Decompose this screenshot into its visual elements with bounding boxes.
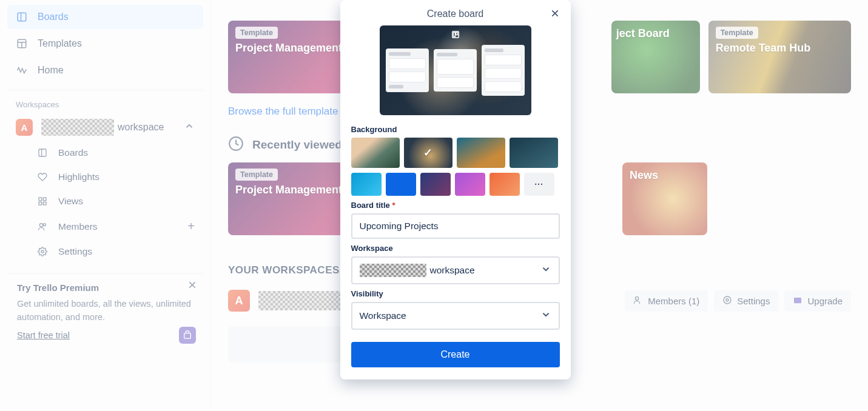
visibility-select-label: Visibility (351, 289, 560, 298)
board-preview (380, 25, 531, 115)
background-option-selected[interactable] (404, 138, 453, 168)
background-label: Background (351, 125, 560, 134)
color-option[interactable] (386, 173, 416, 196)
chevron-down-icon (540, 264, 551, 277)
color-option[interactable] (351, 173, 382, 196)
svg-rect-26 (456, 33, 457, 35)
background-option[interactable] (351, 138, 400, 168)
create-button[interactable]: Create (351, 342, 560, 367)
board-title-input[interactable] (351, 213, 560, 239)
redacted-workspace-name (360, 264, 426, 277)
more-backgrounds-button[interactable]: ··· (524, 173, 554, 196)
modal-overlay: Create board Background ··· (0, 0, 868, 411)
workspace-select[interactable]: workspace (351, 256, 560, 284)
workspace-select-label: Workspace (351, 244, 560, 253)
close-icon[interactable] (550, 8, 560, 21)
chevron-down-icon (540, 309, 551, 322)
create-board-modal: Create board Background ··· (340, 0, 571, 379)
background-option[interactable] (457, 138, 505, 168)
background-color-options: ··· (351, 173, 560, 196)
color-option[interactable] (455, 173, 485, 196)
board-title-label: Board title * (351, 201, 560, 210)
color-option[interactable] (420, 173, 451, 196)
trello-icon (451, 30, 460, 41)
visibility-select[interactable]: Workspace (351, 302, 560, 330)
background-option[interactable] (510, 138, 558, 168)
svg-rect-25 (453, 33, 455, 37)
modal-title: Create board (427, 8, 483, 19)
color-option[interactable] (490, 173, 520, 196)
background-image-options (351, 138, 560, 168)
